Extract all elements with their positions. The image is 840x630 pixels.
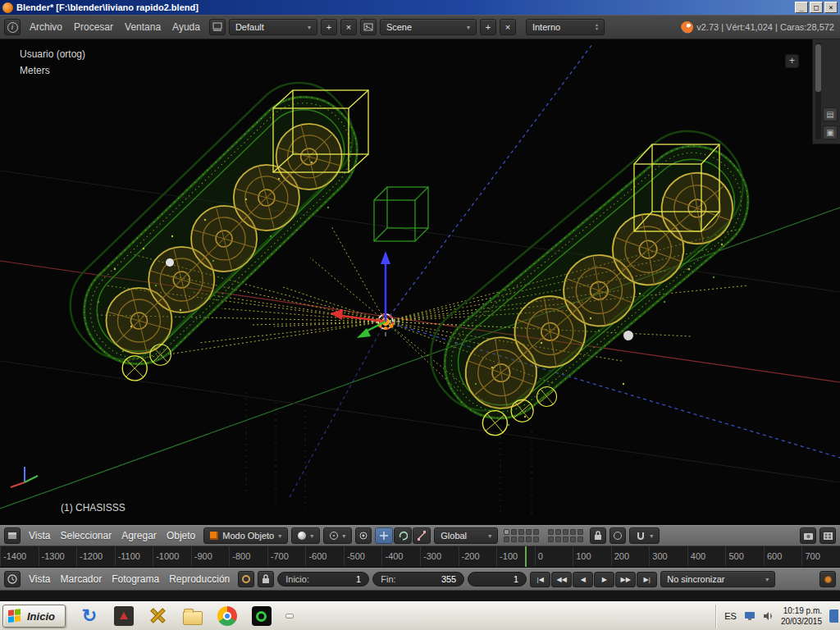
- menu-item[interactable]: Vista: [24, 527, 55, 544]
- pivot-point-dropdown[interactable]: ▾: [323, 527, 352, 544]
- use-preview-range-button[interactable]: [238, 571, 254, 587]
- left-track-object[interactable]: [50, 62, 386, 393]
- viewport-3d[interactable]: Usuario (ortog) Meters (1) CHASISSS + ▤ …: [0, 39, 840, 525]
- layer-cell[interactable]: [504, 536, 509, 542]
- layer-cell[interactable]: [570, 536, 576, 542]
- layer-cell[interactable]: [555, 529, 561, 535]
- delete-scene-button[interactable]: ×: [500, 19, 516, 35]
- window-titlebar[interactable]: Blender* [F:\blender\liviano rapido2.ble…: [0, 0, 840, 15]
- playback-button-play-reverse[interactable]: ◀: [573, 572, 593, 587]
- layer-cell[interactable]: [504, 529, 509, 535]
- menu-item[interactable]: Vista: [24, 571, 55, 587]
- right-track-object[interactable]: [409, 110, 781, 452]
- network-tray-icon[interactable]: [829, 609, 838, 623]
- menu-item[interactable]: Archivo: [24, 19, 68, 35]
- frame-end-field[interactable]: Fin: 355: [372, 572, 464, 587]
- blender-taskbar-button[interactable]: [285, 614, 294, 619]
- game-shortcut-icon[interactable]: [113, 605, 135, 627]
- layer-cell[interactable]: [578, 536, 583, 542]
- playback-button-next-keyframe[interactable]: ▶▶: [615, 572, 636, 587]
- menu-item[interactable]: Agregar: [116, 527, 162, 544]
- outliner-editor-button[interactable]: ▣: [823, 126, 838, 139]
- screen-layout-browse-button[interactable]: [209, 19, 226, 35]
- delete-screen-layout-button[interactable]: ×: [340, 19, 357, 35]
- scrollbar[interactable]: [815, 43, 821, 139]
- layers-grid-1[interactable]: [504, 529, 540, 543]
- rotate-manipulator-button[interactable]: [394, 527, 412, 544]
- layer-cell[interactable]: [511, 536, 517, 542]
- empty-cube-object[interactable]: [374, 187, 428, 241]
- lamp-handle-left[interactable]: [166, 258, 174, 267]
- layer-cell[interactable]: [518, 536, 524, 542]
- layer-cell[interactable]: [555, 536, 561, 542]
- layer-cell[interactable]: [518, 529, 524, 535]
- chrome-shortcut-icon[interactable]: [217, 605, 238, 627]
- manipulate-center-points-button[interactable]: [355, 527, 372, 544]
- gold-x-shortcut-icon[interactable]: [148, 605, 169, 627]
- editor-type-info-button[interactable]: i: [4, 19, 21, 35]
- proportional-edit-dropdown[interactable]: [609, 527, 626, 544]
- layer-cell[interactable]: [548, 536, 554, 542]
- menu-item[interactable]: Reproducción: [164, 571, 235, 587]
- opengl-render-animation-button[interactable]: [819, 527, 836, 544]
- render-engine-dropdown[interactable]: Interno ▴▾: [526, 19, 605, 35]
- scene-browse-button[interactable]: [360, 19, 377, 35]
- viewport-shading-dropdown[interactable]: ▾: [291, 527, 320, 544]
- layer-cell[interactable]: [563, 529, 568, 535]
- editor-type-timeline-button[interactable]: [4, 571, 21, 587]
- properties-editor-button[interactable]: ▤: [823, 107, 838, 121]
- layer-cell[interactable]: [533, 529, 539, 535]
- layer-cell[interactable]: [526, 536, 532, 542]
- display-tray-icon[interactable]: [744, 611, 756, 621]
- current-frame-indicator[interactable]: [525, 546, 527, 567]
- snap-magnet-button[interactable]: ▾: [629, 527, 660, 544]
- folder-shortcut-icon[interactable]: [182, 605, 203, 627]
- blue-refresh-shortcut-icon[interactable]: ↻: [79, 605, 100, 627]
- menu-item[interactable]: Seleccionar: [55, 527, 116, 544]
- layer-cell[interactable]: [511, 529, 517, 535]
- add-screen-layout-button[interactable]: +: [321, 19, 337, 35]
- translate-manipulator-button[interactable]: [375, 527, 393, 544]
- menu-item[interactable]: Objeto: [162, 527, 200, 544]
- add-scene-button[interactable]: +: [480, 19, 496, 35]
- editor-type-3dview-button[interactable]: [4, 527, 21, 544]
- maximize-button[interactable]: □: [810, 2, 823, 13]
- viewport-3d-canvas[interactable]: [0, 39, 840, 525]
- audio-sync-dropdown[interactable]: No sincronizar ▾: [660, 571, 775, 587]
- screen-layout-dropdown[interactable]: Default ▾: [229, 19, 317, 35]
- tray-clock[interactable]: 10:19 p.m. 20/03/2015: [781, 605, 822, 627]
- layer-cell[interactable]: [533, 536, 539, 542]
- scale-manipulator-button[interactable]: [413, 527, 431, 544]
- layer-cell[interactable]: [548, 529, 554, 535]
- menu-item[interactable]: Ayuda: [167, 19, 206, 35]
- open-properties-region-button[interactable]: +: [785, 54, 799, 68]
- layer-cell[interactable]: [578, 529, 583, 535]
- scrollbar-thumb[interactable]: [815, 44, 821, 92]
- mode-dropdown[interactable]: Modo Objeto ▾: [203, 527, 288, 544]
- lamp-handle-right[interactable]: [623, 331, 633, 340]
- menu-item[interactable]: Fotograma: [107, 571, 164, 587]
- current-frame-field[interactable]: 1: [468, 572, 527, 587]
- playback-button-play[interactable]: ▶: [594, 572, 614, 587]
- menu-item[interactable]: Marcador: [55, 571, 107, 587]
- lock-to-scene-button[interactable]: [590, 527, 606, 544]
- minimize-button[interactable]: _: [795, 2, 808, 13]
- playback-button-previous-keyframe[interactable]: ◀◀: [551, 572, 572, 587]
- close-button[interactable]: ×: [824, 2, 838, 13]
- playback-button-jump-to-end[interactable]: ▶|: [637, 572, 657, 587]
- playback-button-jump-to-start[interactable]: |◀: [530, 572, 550, 587]
- transform-orientation-dropdown[interactable]: Global ▾: [434, 527, 498, 544]
- menu-item[interactable]: Ventana: [119, 19, 167, 35]
- menu-item[interactable]: Procesar: [68, 19, 119, 35]
- start-button[interactable]: Inicio: [2, 605, 66, 628]
- layer-cell[interactable]: [563, 536, 568, 542]
- layer-cell[interactable]: [526, 529, 532, 535]
- timeline-ruler[interactable]: -1400-1300-1200-1100-1000-900-800-700-60…: [0, 546, 840, 568]
- layer-cell[interactable]: [570, 529, 576, 535]
- language-indicator[interactable]: ES: [724, 611, 737, 621]
- scene-dropdown[interactable]: Scene ▾: [380, 19, 477, 35]
- frame-start-field[interactable]: Inicio: 1: [277, 572, 369, 587]
- green-ring-shortcut-icon[interactable]: [251, 605, 272, 627]
- auto-keyframe-record-button[interactable]: [819, 571, 836, 587]
- lock-time-cursor-button[interactable]: [258, 571, 274, 587]
